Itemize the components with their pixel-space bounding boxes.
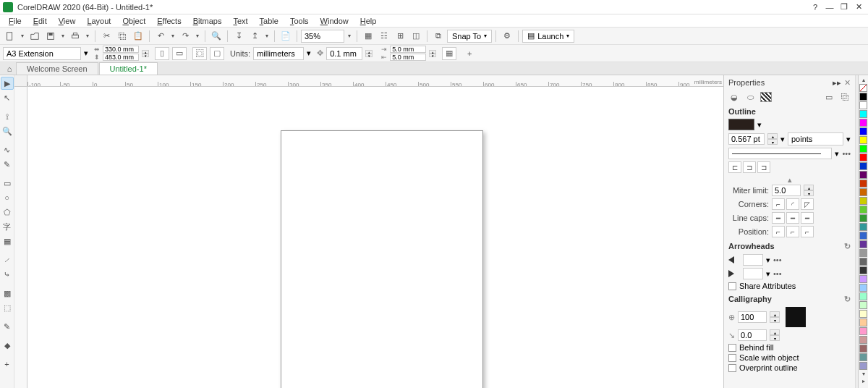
text-tool[interactable]: 字 <box>1 220 14 233</box>
search-icon[interactable]: 🔍 <box>209 29 224 43</box>
fullscreen-button[interactable]: ▦ <box>361 29 375 43</box>
units-combo[interactable]: millimeters <box>253 47 304 60</box>
color-swatch[interactable] <box>859 214 867 222</box>
freehand-tool[interactable]: ∿ <box>1 143 14 156</box>
save-dropdown[interactable]: ▾ <box>59 29 67 43</box>
page-size-combo[interactable]: A3 Extension <box>3 47 81 60</box>
color-swatch[interactable] <box>859 240 867 248</box>
expand-up-icon[interactable]: ▴ <box>728 175 851 185</box>
arrow-end-more[interactable]: ••• <box>773 269 782 278</box>
dup-y[interactable]: 5.0 mm <box>390 54 426 61</box>
import-button[interactable]: ↧ <box>231 29 246 43</box>
new-button[interactable] <box>3 29 17 43</box>
menu-view[interactable]: View <box>53 16 82 26</box>
transparency-tool[interactable]: ⬚ <box>1 301 14 314</box>
fill-icon[interactable]: ◒ <box>728 91 740 103</box>
maximize-button[interactable]: ❐ <box>838 2 851 12</box>
color-swatch[interactable] <box>859 319 867 326</box>
miter-limit-field[interactable]: 5.0 <box>772 185 801 196</box>
calligraphy-reset-icon[interactable]: ↻ <box>844 295 851 304</box>
copy-button[interactable]: ⿻ <box>115 29 129 43</box>
treat-as-filled-button[interactable]: ▦ <box>442 47 456 60</box>
palette-scroll-up[interactable]: ▴ <box>859 77 868 84</box>
interactive-fill-tool[interactable]: ◆ <box>1 339 14 352</box>
color-eyedropper-tool[interactable]: ✎ <box>1 320 14 333</box>
close-button[interactable]: ✕ <box>852 2 865 12</box>
menu-edit[interactable]: Edit <box>27 16 53 26</box>
menu-effects[interactable]: Effects <box>151 16 187 26</box>
zoom-combo[interactable]: 35% <box>301 30 344 43</box>
polygon-tool[interactable]: ⬠ <box>1 206 14 219</box>
color-swatch[interactable] <box>859 362 867 370</box>
calligraphy-angle[interactable]: 0.0 <box>738 329 767 341</box>
zoom-tool[interactable]: 🔍 <box>1 125 14 138</box>
corner-miter[interactable]: ⌐ <box>772 198 785 210</box>
ellipse-tool[interactable]: ○ <box>1 191 14 204</box>
pick-tool[interactable]: ▶ <box>1 77 14 90</box>
color-swatch[interactable] <box>859 353 867 361</box>
shape-tool[interactable]: ↖ <box>1 91 14 104</box>
color-swatch[interactable] <box>859 153 867 161</box>
color-swatch[interactable] <box>859 180 867 187</box>
save-button[interactable] <box>43 29 58 43</box>
page-height[interactable]: 483.0 mm <box>103 54 139 61</box>
overprint-outline-checkbox[interactable] <box>728 364 736 372</box>
snap-to-combo[interactable]: Snap To ▾ <box>447 30 492 43</box>
snap-icon[interactable]: ⧉ <box>431 29 446 43</box>
docker-view-icon[interactable]: ▭ <box>823 91 835 103</box>
connector-tool[interactable]: ⤷ <box>1 268 14 281</box>
color-swatch[interactable] <box>859 266 867 274</box>
behind-fill-checkbox[interactable] <box>728 344 736 352</box>
menu-object[interactable]: Object <box>116 16 151 26</box>
redo-dropdown[interactable]: ▾ <box>194 29 201 43</box>
palette-flyout[interactable]: ▸ <box>859 378 868 385</box>
outline-style-more[interactable]: ••• <box>842 149 851 158</box>
table-tool[interactable]: ▦ <box>1 235 14 248</box>
color-swatch[interactable] <box>859 345 867 353</box>
swatch-none[interactable] <box>859 84 867 92</box>
docker-menu-icon[interactable]: ▸▸ <box>833 78 841 88</box>
dup-x[interactable]: 5.0 mm <box>390 46 426 53</box>
dimension-tool[interactable]: ⟋ <box>1 253 14 266</box>
crop-tool[interactable]: ⟟ <box>1 110 14 123</box>
pos-outside[interactable]: ⌐ <box>772 226 785 237</box>
color-swatch[interactable] <box>859 188 867 196</box>
color-swatch[interactable] <box>859 127 867 135</box>
cap-round[interactable]: ━ <box>786 212 799 224</box>
export-button[interactable]: ↥ <box>247 29 262 43</box>
outline-units-combo[interactable]: points <box>788 132 843 146</box>
options-button[interactable]: ⚙ <box>500 29 514 43</box>
outline-sel-icon[interactable]: ⬭ <box>744 91 756 103</box>
scale-with-object-checkbox[interactable] <box>728 354 736 362</box>
outline-color-dropdown[interactable]: ▾ <box>757 120 762 130</box>
color-swatch[interactable] <box>859 171 867 179</box>
menu-file[interactable]: File <box>3 16 27 26</box>
color-swatch[interactable] <box>859 249 867 257</box>
color-swatch[interactable] <box>859 223 867 231</box>
docker-copy-icon[interactable]: ⿻ <box>839 91 851 103</box>
menu-layout[interactable]: Layout <box>81 16 116 26</box>
color-swatch[interactable] <box>859 101 867 109</box>
portrait-button[interactable]: ▯ <box>155 47 169 60</box>
landscape-button[interactable]: ▭ <box>172 47 187 60</box>
palette-scroll-down[interactable]: ▾ <box>859 371 868 378</box>
cap-butt[interactable]: ━ <box>772 212 785 224</box>
outline-color-swatch[interactable] <box>728 119 754 130</box>
arrow-start-more[interactable]: ••• <box>773 256 782 264</box>
share-attributes-checkbox[interactable] <box>728 282 736 290</box>
zoom-dropdown[interactable]: ▾ <box>346 29 353 43</box>
paste-button[interactable]: 📋 <box>131 29 145 43</box>
current-page-button[interactable]: ▢ <box>210 47 224 60</box>
launch-combo[interactable]: ▤ Launch ▾ <box>522 30 574 43</box>
print-button[interactable] <box>68 29 82 43</box>
corner-round[interactable]: ◜ <box>786 198 799 210</box>
color-swatch[interactable] <box>859 284 867 292</box>
color-swatch[interactable] <box>859 206 867 214</box>
arrowheads-reset-icon[interactable]: ↻ <box>844 242 851 251</box>
redo-button[interactable]: ↷ <box>178 29 192 43</box>
menu-text[interactable]: Text <box>227 16 253 26</box>
color-swatch[interactable] <box>859 197 867 205</box>
transparency-icon[interactable] <box>760 92 772 102</box>
color-swatch[interactable] <box>859 310 867 318</box>
add-tool[interactable]: + <box>1 358 14 371</box>
